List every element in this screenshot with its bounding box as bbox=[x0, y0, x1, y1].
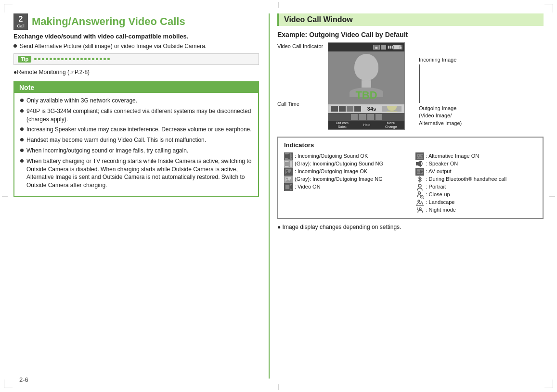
corner-mark-bl bbox=[4, 379, 13, 388]
page-content: 2 Call Making/Answering Video Calls Exch… bbox=[13, 13, 544, 379]
svg-marker-9 bbox=[285, 171, 292, 175]
svg-line-3 bbox=[291, 155, 292, 155]
svg-rect-5 bbox=[285, 162, 287, 166]
video-on-text: : Video ON bbox=[295, 183, 321, 190]
av-output-icon: AV bbox=[415, 168, 424, 176]
status-icon-1: ▦ bbox=[373, 45, 380, 50]
bluetooth-icon bbox=[415, 176, 424, 183]
night-mode-text: : Night mode bbox=[426, 206, 456, 213]
center-mark-left bbox=[2, 196, 8, 196]
corner-mark-tr bbox=[544, 4, 553, 13]
call-time-value: 34s bbox=[367, 106, 376, 112]
left-labels: Video Call Indicator Call Time bbox=[277, 42, 328, 107]
tip-text: ●Remote Monitoring (☞P.2-8) bbox=[13, 69, 259, 76]
call-time-row: 34s bbox=[328, 104, 404, 113]
center-mark-right bbox=[549, 196, 555, 196]
image-ok-icon bbox=[284, 168, 293, 176]
svg-text:ALT: ALT bbox=[417, 155, 424, 158]
video-screen: ▦ ▮▮▮ bbox=[328, 42, 405, 130]
svg-point-27 bbox=[419, 208, 421, 210]
indicator-night-mode: : Night mode bbox=[415, 206, 537, 214]
indicator-video-on: : Video ON bbox=[284, 183, 406, 191]
section-title: Video Call Window bbox=[284, 15, 353, 24]
main-title-row: 2 Call Making/Answering Video Calls bbox=[13, 13, 259, 30]
battery-icon bbox=[393, 45, 402, 50]
image-ng-text: (Gray): Incoming/Outgoing Image NG bbox=[295, 176, 383, 182]
outgoing-thumb-placeholder bbox=[382, 106, 402, 112]
bullet-dot-send bbox=[13, 44, 17, 48]
video-on-icon bbox=[284, 183, 293, 191]
outgoing-image-label: Outgoing Image(Video Image/Alternative I… bbox=[419, 105, 462, 127]
note-item-2: 940P is 3G-324M compliant; calls connect… bbox=[20, 107, 252, 124]
svg-point-8 bbox=[286, 170, 288, 172]
call-time-label: Call Time bbox=[277, 101, 325, 107]
alt-image-on-icon: ALT bbox=[415, 152, 424, 160]
arrow-line bbox=[419, 64, 420, 103]
svg-marker-6 bbox=[287, 161, 290, 167]
indicator-image-ok: : Incoming/Outgoing Image OK bbox=[284, 168, 406, 176]
sound-ok-icon bbox=[284, 152, 293, 160]
send-bullet: Send Alternative Picture (still image) o… bbox=[13, 43, 259, 50]
signal-icon: ▮▮▮ bbox=[388, 45, 391, 50]
example-title: Example: Outgoing Video Call by Default bbox=[277, 31, 544, 38]
indicator-landscape: : Landscape bbox=[415, 199, 537, 206]
svg-marker-21 bbox=[420, 170, 423, 174]
chapter-badge: 2 Call bbox=[13, 13, 28, 30]
tip-label: Tip bbox=[18, 56, 31, 63]
note-item-4: Handset may become warm during Video Cal… bbox=[20, 136, 252, 144]
video-main-image: TBD bbox=[328, 51, 404, 104]
video-bottom-bar: Out camSubst Hold MenuChange bbox=[328, 121, 404, 129]
indicator-speaker-on: : Speaker ON bbox=[415, 160, 537, 168]
corner-mark-tl bbox=[4, 4, 13, 13]
incoming-image-label: Incoming Image bbox=[419, 57, 462, 63]
out-cam-btn[interactable]: Out camSubst bbox=[336, 121, 348, 128]
svg-rect-17 bbox=[416, 162, 418, 165]
speaker-on-icon bbox=[415, 160, 424, 168]
indicators-grid: : Incoming/Outgoing Sound OK (Gray): Inc… bbox=[284, 152, 537, 214]
svg-text:AV: AV bbox=[417, 171, 421, 174]
svg-point-26 bbox=[418, 200, 420, 202]
indicator-portrait: : Portrait bbox=[415, 183, 537, 191]
portrait-text: : Portrait bbox=[426, 183, 446, 190]
center-mark-top bbox=[278, 2, 279, 8]
landscape-text: : Landscape bbox=[426, 199, 455, 205]
right-labels: Incoming Image Outgoing Image(Video Imag… bbox=[412, 42, 462, 127]
indicator-av-output: AV : AV output bbox=[415, 168, 537, 176]
hold-btn[interactable]: Hold bbox=[363, 123, 370, 127]
svg-rect-0 bbox=[285, 154, 287, 158]
portrait-icon bbox=[415, 183, 424, 191]
indicator-alt-image: ALT : Alternative Image ON bbox=[415, 152, 537, 160]
corner-mark-br bbox=[544, 379, 553, 388]
note-header: Note bbox=[14, 82, 258, 93]
svg-marker-1 bbox=[287, 153, 290, 160]
svg-rect-13 bbox=[285, 185, 290, 190]
bottom-note: ● Image display changes depending on set… bbox=[277, 224, 544, 230]
center-mark-bottom bbox=[278, 384, 279, 390]
indicator-sound-ng: (Gray): Incoming/Outgoing Sound NG bbox=[284, 160, 406, 168]
svg-line-2 bbox=[291, 153, 292, 154]
note-content: Only available within 3G network coverag… bbox=[14, 93, 258, 196]
indicator-image-ng: (Gray): Incoming/Outgoing Image NG bbox=[284, 176, 406, 183]
indicators-left-col: : Incoming/Outgoing Sound OK (Gray): Inc… bbox=[284, 152, 406, 214]
note-item-6: When battery charging or TV recording st… bbox=[20, 157, 252, 190]
bottom-note-text: ● Image display changes depending on set… bbox=[277, 224, 401, 230]
alt-image-text: : Alternative Image ON bbox=[426, 152, 479, 159]
sound-ng-gray-icon bbox=[284, 160, 293, 168]
tbd-text: TBD bbox=[355, 89, 377, 101]
subtitle: Exchange video/sound with video call-com… bbox=[13, 33, 259, 40]
send-bullet-text: Send Alternative Picture (still image) o… bbox=[20, 43, 207, 50]
svg-point-23 bbox=[418, 192, 420, 194]
av-output-text: : AV output bbox=[426, 168, 452, 175]
menu-change-btn[interactable]: MenuChange bbox=[385, 121, 397, 128]
indicators-right-col: ALT : Alternative Image ON bbox=[415, 152, 537, 214]
video-icons-row bbox=[328, 113, 404, 121]
note-item-1: Only available within 3G network coverag… bbox=[20, 97, 252, 105]
svg-marker-12 bbox=[285, 179, 292, 182]
close-up-text: : Close-up bbox=[426, 191, 450, 198]
left-column: 2 Call Making/Answering Video Calls Exch… bbox=[13, 13, 269, 379]
indicator-sound-ok: : Incoming/Outgoing Sound OK bbox=[284, 152, 406, 160]
sound-ok-text: : Incoming/Outgoing Sound OK bbox=[295, 152, 368, 159]
video-call-indicator-label: Video Call Indicator bbox=[277, 43, 325, 49]
svg-line-4 bbox=[291, 157, 292, 157]
right-column: Video Call Window Example: Outgoing Vide… bbox=[269, 13, 544, 379]
